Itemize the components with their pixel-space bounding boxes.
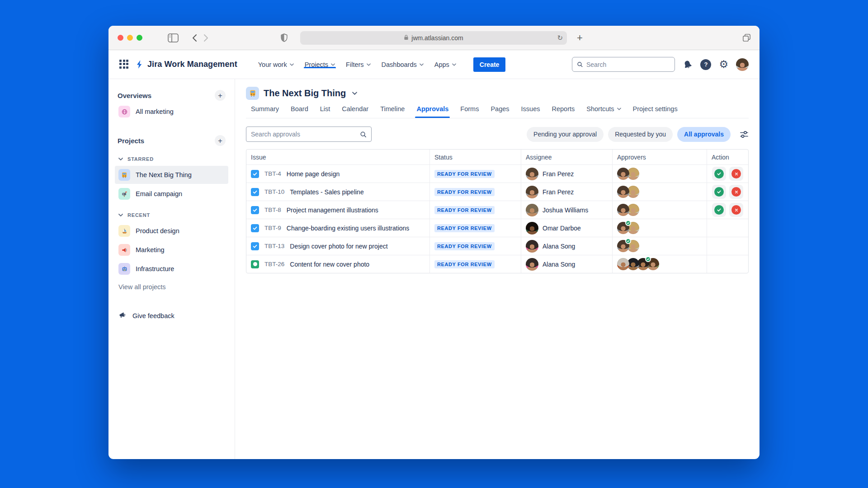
recent-group[interactable]: RECENT <box>115 209 228 221</box>
global-search[interactable] <box>572 57 675 72</box>
approve-button[interactable] <box>712 167 726 181</box>
project-title-chevron-icon[interactable] <box>352 92 357 95</box>
user-avatar[interactable] <box>736 58 749 71</box>
issue-key: TBT-13 <box>264 243 284 249</box>
approvals-table: Issue Status Assignee Approvers Action T… <box>246 149 749 273</box>
tab-reports[interactable]: Reports <box>547 104 580 113</box>
approver-avatar <box>617 168 629 180</box>
browser-back-icon[interactable] <box>192 34 197 42</box>
add-project-button[interactable]: + <box>215 135 226 146</box>
nav-projects[interactable]: Projects <box>299 61 340 68</box>
sidebar-item-the-next-big-thing[interactable]: The Next Big Thing <box>115 166 228 184</box>
column-status: Status <box>430 150 521 164</box>
tab-calendar[interactable]: Calendar <box>337 104 373 113</box>
issue-title[interactable]: Content for new cover photo <box>290 261 369 268</box>
issue-checkbox[interactable] <box>251 170 259 178</box>
tab-board[interactable]: Board <box>286 104 313 113</box>
approvals-search[interactable] <box>246 127 372 142</box>
nav-dashboards[interactable]: Dashboards <box>376 61 429 68</box>
approve-button[interactable] <box>712 185 726 199</box>
starred-group[interactable]: STARRED <box>115 153 228 165</box>
issue-title[interactable]: Templates - Sales pipeline <box>290 188 363 196</box>
zoom-window-button[interactable] <box>137 35 142 41</box>
tab-overview-icon[interactable] <box>742 33 751 42</box>
new-tab-icon[interactable]: + <box>577 32 583 44</box>
notifications-bell-icon[interactable] <box>683 60 693 70</box>
issue-title[interactable]: Change-boarding existing users illustrat… <box>287 225 410 232</box>
filter-all-approvals[interactable]: All approvals <box>677 127 731 142</box>
approved-badge-icon <box>645 256 651 262</box>
column-issue: Issue <box>246 150 430 164</box>
tab-pages[interactable]: Pages <box>486 104 514 113</box>
assignee-name: Omar Darboe <box>542 225 581 232</box>
filter-pending-your-approval[interactable]: Pending your approval <box>527 127 604 142</box>
tab-approvals[interactable]: Approvals <box>411 104 453 113</box>
issue-checkbox[interactable] <box>251 188 259 196</box>
privacy-shield-icon[interactable] <box>280 33 288 42</box>
approver-avatar <box>617 258 629 270</box>
tab-forms[interactable]: Forms <box>455 104 484 113</box>
issue-checkbox[interactable] <box>251 242 259 250</box>
help-icon[interactable]: ? <box>700 59 711 70</box>
address-bar[interactable]: jwm.atlassian.com ↻ <box>300 31 567 45</box>
sidebar-item-product-design[interactable]: Product design <box>115 222 228 240</box>
close-window-button[interactable] <box>118 35 123 41</box>
issue-title[interactable]: Design cover photo for new project <box>290 243 387 250</box>
sidebar-item-marketing[interactable]: Marketing <box>115 241 228 259</box>
lock-icon <box>404 34 409 42</box>
approver-avatar <box>617 222 629 234</box>
main-content: The Next Big Thing Summary Board List Ca… <box>235 79 760 459</box>
browser-sidebar-toggle-icon[interactable] <box>168 33 179 42</box>
issue-title[interactable]: Project management illustrations <box>287 206 378 214</box>
settings-gear-icon[interactable]: ⚙ <box>719 59 728 70</box>
filter-settings-icon[interactable] <box>740 130 749 139</box>
top-navigation: Your work Projects Filters Dashboards Ap… <box>253 61 462 68</box>
view-all-projects-link[interactable]: View all projects <box>115 281 170 293</box>
project-bus-icon <box>246 87 259 100</box>
create-button[interactable]: Create <box>473 57 506 72</box>
jira-logo[interactable]: Jira Work Management <box>135 60 237 69</box>
browser-forward-icon[interactable] <box>203 34 208 42</box>
reject-button[interactable] <box>729 167 743 181</box>
assignee-name: Joshua Williams <box>542 206 588 214</box>
issue-checkbox[interactable] <box>251 224 259 232</box>
global-search-input[interactable] <box>586 61 670 68</box>
nav-your-work[interactable]: Your work <box>253 61 299 68</box>
chevron-down-icon <box>118 214 123 216</box>
nav-filters[interactable]: Filters <box>340 61 376 68</box>
browser-chrome: jwm.atlassian.com ↻ + <box>108 26 760 50</box>
tab-timeline[interactable]: Timeline <box>375 104 410 113</box>
column-action: Action <box>707 150 748 164</box>
minimize-window-button[interactable] <box>127 35 133 41</box>
approve-button[interactable] <box>712 203 726 217</box>
sidebar-item-all-marketing[interactable]: All marketing <box>115 103 228 121</box>
approvals-search-input[interactable] <box>251 131 360 138</box>
approved-badge-icon <box>625 238 631 244</box>
give-feedback-button[interactable]: Give feedback <box>115 308 178 324</box>
tab-shortcuts[interactable]: Shortcuts <box>581 104 626 113</box>
refresh-icon[interactable]: ↻ <box>557 34 563 42</box>
tab-summary[interactable]: Summary <box>246 104 284 113</box>
sidebar-item-email-campaign[interactable]: Email campaign <box>115 185 228 203</box>
issue-title[interactable]: Home page design <box>287 170 340 178</box>
reject-button[interactable] <box>729 203 743 217</box>
filter-requested-by-you[interactable]: Requested by you <box>608 127 673 142</box>
issue-checkbox[interactable] <box>251 206 259 214</box>
tab-project-settings[interactable]: Project settings <box>628 104 683 113</box>
reject-button[interactable] <box>729 185 743 199</box>
tab-issues[interactable]: Issues <box>516 104 545 113</box>
nav-apps[interactable]: Apps <box>429 61 462 68</box>
assignee-name: Alana Song <box>542 243 575 250</box>
feedback-megaphone-icon <box>118 311 127 321</box>
app-switcher-icon[interactable] <box>119 60 129 70</box>
assignee-avatar <box>526 222 538 235</box>
add-overview-button[interactable]: + <box>215 90 226 101</box>
status-badge: READY FOR REVIEW <box>434 242 495 250</box>
sidebar-item-infrastructure[interactable]: Infrastructure <box>115 260 228 278</box>
assignee-avatar <box>526 168 538 180</box>
approver-avatar <box>617 240 629 252</box>
assignee-avatar <box>526 258 538 271</box>
mailbox-icon <box>118 188 130 200</box>
sailboat-icon <box>118 225 130 237</box>
tab-list[interactable]: List <box>315 104 335 113</box>
